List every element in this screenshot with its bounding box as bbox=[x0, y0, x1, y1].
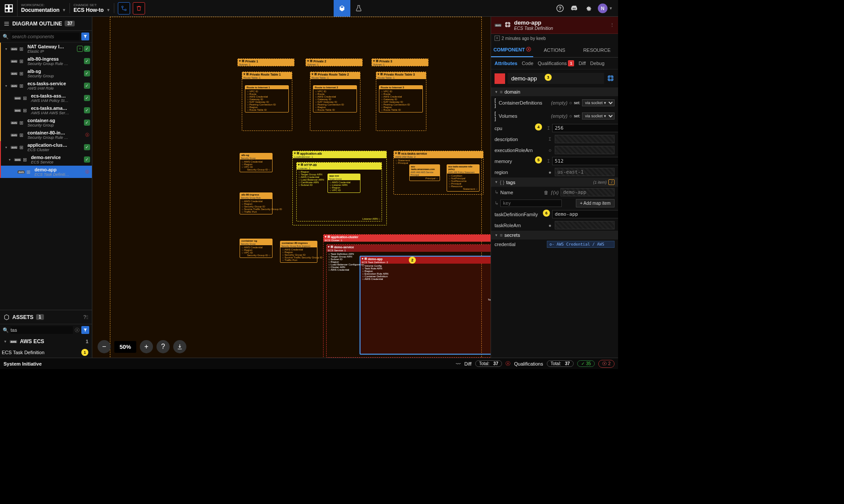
aws-badge: aws bbox=[11, 121, 18, 124]
description-input[interactable] bbox=[555, 135, 615, 143]
clear-search-icon[interactable]: ⓧ bbox=[75, 327, 80, 334]
delete-tag-icon[interactable]: 🗑 bbox=[544, 190, 549, 195]
component-icon: ⊞ bbox=[26, 169, 33, 175]
status-diff-icon: + bbox=[77, 46, 83, 52]
tab-component[interactable]: COMPONENTⓧ bbox=[491, 43, 533, 57]
svg-rect-0 bbox=[5, 4, 8, 7]
aws-badge: aws bbox=[18, 170, 25, 174]
status-ok-icon: ✓ bbox=[84, 144, 90, 150]
frame-type-icon[interactable] bbox=[607, 74, 615, 83]
marker-4: 4 bbox=[535, 123, 542, 131]
group-secrets[interactable]: ▼≡secrets bbox=[491, 231, 618, 239]
compose-tab[interactable] bbox=[334, 0, 350, 17]
assets-header: ASSETS 1 ?⃝ bbox=[0, 310, 92, 324]
item-name: ecs-tasks.ama… bbox=[31, 105, 82, 111]
zoom-out-button[interactable]: − bbox=[98, 340, 111, 353]
status-ok-icon: ✓ bbox=[84, 70, 90, 76]
download-button[interactable] bbox=[173, 340, 186, 353]
outline-item[interactable]: aws ⊞ alb-80-ingress Security Group Rule… bbox=[0, 55, 92, 67]
diagram-canvas[interactable]: ▾ ⊞Private 1 Subnet: 1 ▾ ⊞Private 2 Subn… bbox=[92, 17, 491, 358]
execrole-input[interactable] bbox=[555, 146, 615, 154]
aws-badge: aws bbox=[11, 134, 18, 137]
taskdeffamily-input[interactable] bbox=[552, 210, 618, 218]
component-icon: ⊞ bbox=[19, 120, 25, 126]
zoom-in-button[interactable]: + bbox=[140, 340, 153, 353]
qual-err-badge: ⓧ 2 bbox=[598, 360, 615, 368]
outline-item[interactable]: aws ⊞ demo-app ECS Task Definiti… ⓧ bbox=[0, 166, 92, 178]
memory-input[interactable] bbox=[552, 157, 618, 165]
subtab-qualifications[interactable]: Qualifications1 bbox=[538, 60, 574, 66]
outline-item[interactable]: aws ⊞ ecs-tasks-ass… AWS IAM Policy St… … bbox=[0, 92, 92, 104]
outline-count: 37 bbox=[65, 21, 75, 26]
outline-item[interactable]: ▾ aws ⊞ demo-service ECS Service ✓ bbox=[0, 153, 92, 166]
filter-icon[interactable] bbox=[81, 326, 89, 334]
subtab-attributes[interactable]: Attributes bbox=[495, 60, 517, 66]
tab-resource[interactable]: RESOURCE bbox=[576, 43, 618, 57]
search-icon: 🔍 bbox=[3, 327, 9, 333]
tab-actions[interactable]: ACTIONS bbox=[533, 43, 575, 57]
group-tags[interactable]: ▼{ }tags (1 item)𝙸 bbox=[491, 178, 618, 187]
outline-search-input[interactable] bbox=[11, 33, 80, 40]
svg-rect-11 bbox=[506, 22, 510, 26]
subtab-diff[interactable]: Diff bbox=[578, 60, 586, 66]
volumes-set-select[interactable]: via socket ▾ bbox=[582, 112, 615, 120]
item-name: alb-80-ingress bbox=[27, 56, 82, 62]
merge-button[interactable] bbox=[118, 2, 130, 15]
user-menu[interactable]: N ▼ bbox=[598, 4, 613, 13]
add-map-item-button[interactable]: + Add map item bbox=[576, 199, 615, 207]
subtab-debug[interactable]: Debug bbox=[590, 60, 604, 66]
zoom-help-button[interactable]: ? bbox=[156, 340, 170, 353]
subtab-code[interactable]: Code bbox=[522, 60, 533, 66]
cpu-input[interactable] bbox=[552, 124, 618, 132]
text-cursor-icon: 𝙸 bbox=[547, 125, 550, 131]
svg-rect-2 bbox=[5, 8, 8, 11]
fx-icon[interactable]: ƒ(x) bbox=[550, 190, 559, 195]
group-domain[interactable]: ▼≡domain bbox=[491, 87, 618, 96]
delete-changeset-button[interactable] bbox=[133, 2, 145, 15]
component-icon: ⊞ bbox=[19, 145, 25, 150]
chevron-icon: ▾ bbox=[5, 47, 9, 51]
outline-item[interactable]: aws ⊞ ecs-tasks.ama… AWS IAM AWS Ser… ✓ bbox=[0, 104, 92, 116]
assets-help-icon[interactable]: ?⃝ bbox=[83, 314, 88, 320]
component-icon: ⊞ bbox=[19, 58, 25, 64]
aws-badge: aws bbox=[14, 97, 21, 100]
lab-tab[interactable] bbox=[350, 0, 367, 17]
marker-5: 5 bbox=[535, 156, 542, 163]
chevron-icon: ▾ bbox=[5, 145, 9, 149]
svg-point-5 bbox=[125, 9, 127, 11]
marker-6: 6 bbox=[543, 210, 550, 217]
assets-search-input[interactable] bbox=[11, 326, 73, 334]
outline-item[interactable]: aws ⊞ container-sg Security Group ✓ bbox=[0, 116, 92, 129]
asset-category[interactable]: ▼ aws AWS ECS 1 bbox=[0, 336, 92, 347]
app-logo[interactable] bbox=[0, 0, 18, 17]
workspace-label: WORKSPACE: bbox=[21, 3, 66, 7]
settings-icon[interactable] bbox=[584, 4, 593, 13]
containerdef-set-select[interactable]: via socket ▾ bbox=[582, 99, 615, 106]
component-title: demo-app bbox=[514, 19, 553, 26]
item-subtype: AWS IAM AWS Ser… bbox=[31, 111, 82, 115]
outline-item[interactable]: aws ⊞ alb-sg Security Group ✓ bbox=[0, 67, 92, 80]
diff-label[interactable]: Diff bbox=[464, 361, 471, 366]
credential-value[interactable]: o- AWS Credential / AWS bbox=[547, 241, 615, 248]
qual-error-icon: ⓧ bbox=[506, 360, 510, 367]
outline-item[interactable]: aws ⊞ container-80-in… Security Group Ru… bbox=[0, 129, 92, 141]
status-ok-icon: ✓ bbox=[84, 58, 90, 64]
filter-icon[interactable] bbox=[81, 33, 89, 40]
brand-label: System Initiative bbox=[4, 361, 42, 366]
marker-1: 1 bbox=[81, 349, 88, 356]
component-icon: ⊞ bbox=[23, 157, 29, 163]
tag-key-input[interactable] bbox=[500, 199, 562, 207]
taskrole-input[interactable] bbox=[555, 221, 615, 229]
outline-item[interactable]: ▾ aws ⊞ ecs-tasks-service AWS IAM Role ✓ bbox=[0, 80, 92, 92]
outline-item[interactable]: ▾ aws ⊞ NAT Gateway I… Elastic IP +✓ bbox=[0, 43, 92, 55]
workspace-dropdown[interactable]: Documentation▼ bbox=[21, 7, 66, 13]
component-name-input[interactable] bbox=[508, 73, 604, 84]
qualifications-label[interactable]: Qualifications bbox=[514, 361, 543, 366]
changeset-dropdown[interactable]: ECS How-to▼ bbox=[73, 7, 110, 13]
component-menu-icon[interactable]: ⋮ bbox=[610, 22, 615, 28]
color-swatch[interactable] bbox=[495, 73, 505, 84]
asset-item[interactable]: ECS Task Definition 1 bbox=[0, 347, 92, 358]
outline-item[interactable]: ▾ aws ⊞ application-clus… ECS Cluster ✓ bbox=[0, 141, 92, 153]
help-icon[interactable]: ? bbox=[556, 4, 564, 13]
discord-icon[interactable] bbox=[570, 4, 578, 13]
